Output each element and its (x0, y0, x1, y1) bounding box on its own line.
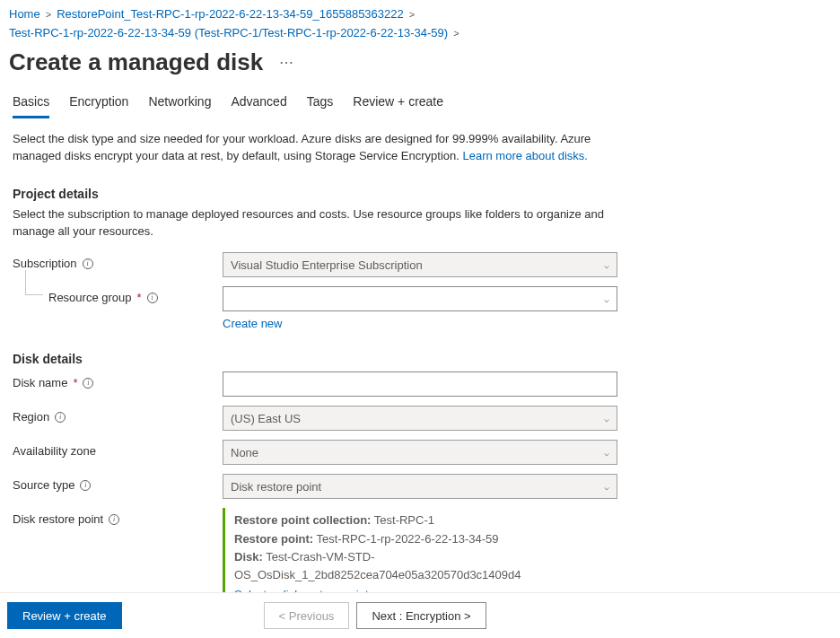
tab-encryption[interactable]: Encryption (69, 94, 128, 118)
info-icon[interactable]: i (147, 293, 158, 303)
breadcrumb-home[interactable]: Home (9, 7, 40, 21)
chevron-right-icon: > (409, 9, 415, 20)
project-details-desc: Select the subscription to manage deploy… (13, 206, 634, 240)
disk-label: Disk: (234, 550, 263, 564)
learn-more-link[interactable]: Learn more about disks. (463, 149, 588, 162)
chevron-right-icon: > (453, 28, 459, 39)
tab-networking[interactable]: Networking (148, 94, 211, 118)
info-icon[interactable]: i (80, 480, 91, 491)
breadcrumb: Home > RestorePoint_Test-RPC-1-rp-2022-6… (0, 0, 840, 43)
subscription-select[interactable]: Visual Studio Enterprise Subscription ⌵ (223, 252, 617, 277)
breadcrumb-restorepoint[interactable]: Test-RPC-1-rp-2022-6-22-13-34-59 (Test-R… (9, 26, 448, 39)
more-actions-button[interactable]: ⋯ (276, 54, 297, 71)
resource-group-select[interactable]: ⌵ (223, 286, 617, 311)
region-value: (US) East US (231, 412, 301, 425)
info-icon[interactable]: i (83, 258, 93, 269)
chevron-down-icon: ⌵ (604, 414, 609, 424)
chevron-right-icon: > (46, 9, 51, 20)
source-type-select[interactable]: Disk restore point ⌵ (223, 474, 617, 499)
create-new-rg-link[interactable]: Create new (223, 317, 282, 330)
tab-review-create[interactable]: Review + create (353, 94, 443, 118)
disk-value: Test-Crash-VM-STD-OS_OsDisk_1_2bd8252cea… (234, 550, 521, 581)
indent-connector (25, 270, 43, 295)
rpc-value: Test-RPC-1 (374, 513, 434, 527)
subscription-label: Subscription i (13, 252, 223, 270)
chevron-down-icon: ⌵ (604, 260, 609, 270)
tabs: Basics Encryption Networking Advanced Ta… (0, 80, 840, 118)
next-button[interactable]: Next : Encryption > (356, 602, 486, 629)
region-label: Region i (13, 406, 223, 424)
chevron-down-icon: ⌵ (604, 294, 609, 304)
info-icon[interactable]: i (55, 412, 66, 423)
title-row: Create a managed disk ⋯ (0, 43, 840, 80)
required-indicator: * (137, 291, 142, 304)
rp-value: Test-RPC-1-rp-2022-6-22-13-34-59 (317, 532, 499, 546)
tab-basics[interactable]: Basics (13, 94, 49, 118)
availability-zone-value: None (231, 446, 258, 459)
previous-button[interactable]: < Previous (264, 602, 350, 629)
subscription-value: Visual Studio Enterprise Subscription (231, 258, 423, 272)
disk-restore-point-label: Disk restore point i (13, 508, 223, 526)
project-details-heading: Project details (13, 187, 634, 201)
chevron-down-icon: ⌵ (604, 448, 609, 458)
availability-zone-label: Availability zone (13, 440, 223, 458)
required-indicator: * (73, 376, 77, 389)
review-create-button[interactable]: Review + create (7, 602, 122, 629)
info-icon[interactable]: i (109, 514, 119, 525)
resource-group-label: Resource group * i (13, 286, 223, 304)
disk-name-input[interactable] (223, 371, 617, 397)
availability-zone-select[interactable]: None ⌵ (223, 440, 617, 465)
info-icon[interactable]: i (83, 378, 93, 389)
rpc-label: Restore point collection: (234, 513, 371, 527)
tab-advanced[interactable]: Advanced (231, 94, 286, 118)
disk-details-heading: Disk details (13, 352, 634, 366)
disk-name-label: Disk name * i (13, 371, 223, 389)
source-type-label: Source type i (13, 474, 223, 492)
source-type-value: Disk restore point (231, 480, 321, 494)
intro-text: Select the disk type and size needed for… (13, 131, 634, 165)
page-title: Create a managed disk (9, 48, 263, 76)
breadcrumb-restorepoint-collection[interactable]: RestorePoint_Test-RPC-1-rp-2022-6-22-13-… (57, 7, 404, 21)
region-select[interactable]: (US) East US ⌵ (223, 406, 617, 431)
tab-tags[interactable]: Tags (307, 94, 334, 118)
footer: Review + create < Previous Next : Encryp… (0, 592, 840, 638)
chevron-down-icon: ⌵ (604, 482, 609, 492)
rp-label: Restore point: (234, 532, 313, 546)
content: Select the disk type and size needed for… (0, 118, 646, 638)
